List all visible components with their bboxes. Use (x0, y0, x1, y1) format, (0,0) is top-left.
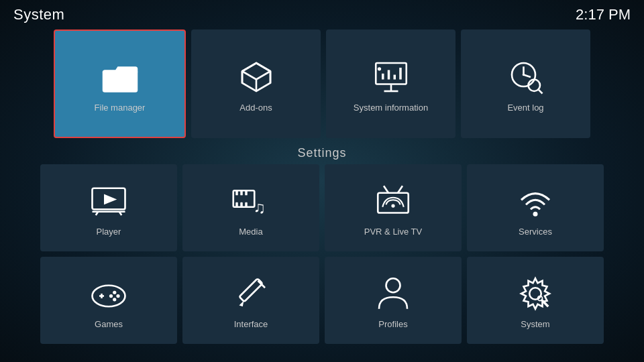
tile-interface-label: Interface (234, 319, 268, 329)
tile-system-information[interactable]: System information (326, 29, 455, 138)
system-info-icon (370, 56, 413, 99)
svg-line-18 (538, 89, 542, 93)
svg-point-42 (113, 298, 116, 301)
tile-file-manager-label: File manager (95, 103, 146, 113)
svg-rect-30 (245, 202, 248, 206)
svg-rect-5 (376, 63, 407, 84)
clock: 2:17 PM (576, 6, 631, 23)
svg-rect-32 (378, 192, 409, 213)
tile-player-label: Player (97, 227, 121, 237)
svg-point-37 (93, 285, 125, 306)
svg-point-48 (529, 288, 541, 300)
top-row: File manager Add-ons (0, 29, 644, 143)
svg-marker-45 (239, 300, 244, 306)
event-log-icon (504, 56, 547, 99)
svg-point-16 (522, 73, 525, 76)
svg-rect-27 (245, 190, 248, 195)
settings-row-2: Games Interface (40, 257, 604, 344)
settings-row-1: Player ♫ (40, 164, 604, 251)
tile-system-info-label: System information (354, 103, 428, 113)
svg-point-43 (109, 294, 113, 297)
svg-point-12 (377, 67, 380, 70)
settings-label: Settings (40, 146, 604, 160)
svg-point-41 (116, 294, 119, 297)
svg-rect-25 (235, 190, 238, 195)
folder-icon (99, 56, 142, 99)
tile-pvr-label: PVR & Live TV (364, 227, 422, 237)
svg-point-35 (391, 204, 394, 207)
svg-point-47 (386, 278, 400, 292)
tile-profiles-label: Profiles (378, 319, 407, 329)
header: System 2:17 PM (0, 0, 644, 29)
pvr-icon (372, 180, 415, 223)
games-icon (87, 272, 130, 315)
media-icon: ♫ (229, 180, 272, 223)
svg-text:♫: ♫ (254, 198, 266, 216)
svg-marker-20 (104, 194, 117, 204)
system-icon (514, 272, 557, 315)
tile-services-label: Services (519, 227, 552, 237)
svg-rect-0 (102, 70, 138, 92)
tile-player[interactable]: Player (40, 164, 177, 251)
svg-point-36 (533, 211, 538, 216)
svg-point-40 (113, 290, 116, 294)
tile-interface[interactable]: Interface (182, 257, 319, 344)
tile-system-label: System (521, 319, 549, 329)
tile-media-label: Media (239, 227, 262, 237)
tile-profiles[interactable]: Profiles (325, 257, 462, 344)
app-title: System (13, 6, 64, 23)
player-icon (87, 180, 130, 223)
add-ons-icon (235, 56, 278, 99)
tile-pvr-live-tv[interactable]: PVR & Live TV (325, 164, 462, 251)
interface-icon (229, 272, 272, 315)
tile-add-ons[interactable]: Add-ons (191, 29, 321, 138)
tile-media[interactable]: ♫ Media (182, 164, 319, 251)
svg-line-34 (398, 186, 402, 193)
tile-event-log-label: Event log (507, 103, 543, 113)
tile-event-log[interactable]: Event log (461, 29, 590, 138)
tile-add-ons-label: Add-ons (239, 103, 272, 113)
tile-games[interactable]: Games (40, 257, 177, 344)
tile-services[interactable]: Services (467, 164, 604, 251)
services-icon (514, 180, 557, 223)
svg-rect-26 (240, 190, 243, 195)
svg-rect-28 (235, 202, 238, 206)
svg-line-33 (384, 186, 388, 193)
tile-games-label: Games (95, 319, 123, 329)
profiles-icon (372, 272, 415, 315)
tile-system[interactable]: System (467, 257, 604, 344)
svg-rect-29 (240, 202, 243, 206)
settings-section: Settings Player (0, 146, 644, 344)
screen: System 2:17 PM File manager (0, 0, 644, 362)
tile-file-manager[interactable]: File manager (54, 29, 186, 138)
